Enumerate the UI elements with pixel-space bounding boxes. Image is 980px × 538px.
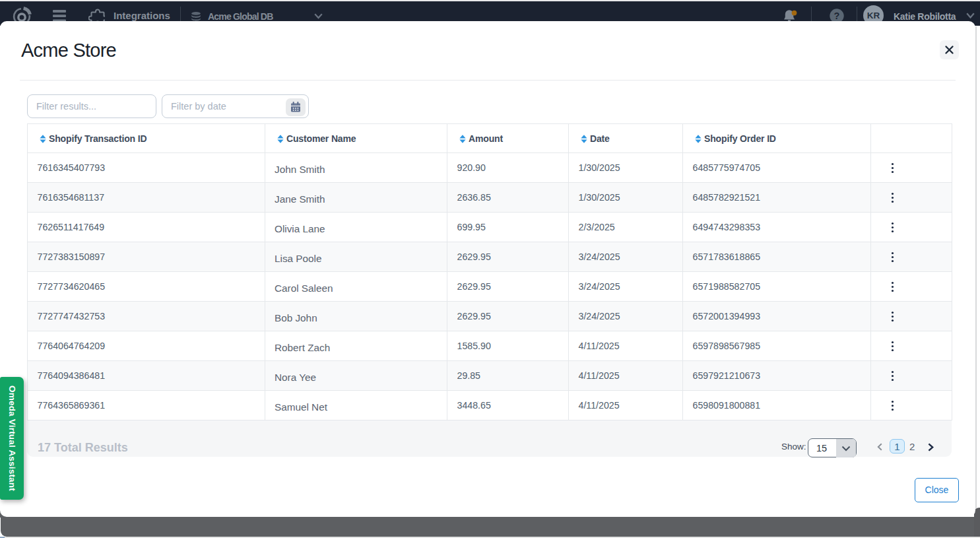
svg-text:?: ? (834, 11, 840, 21)
